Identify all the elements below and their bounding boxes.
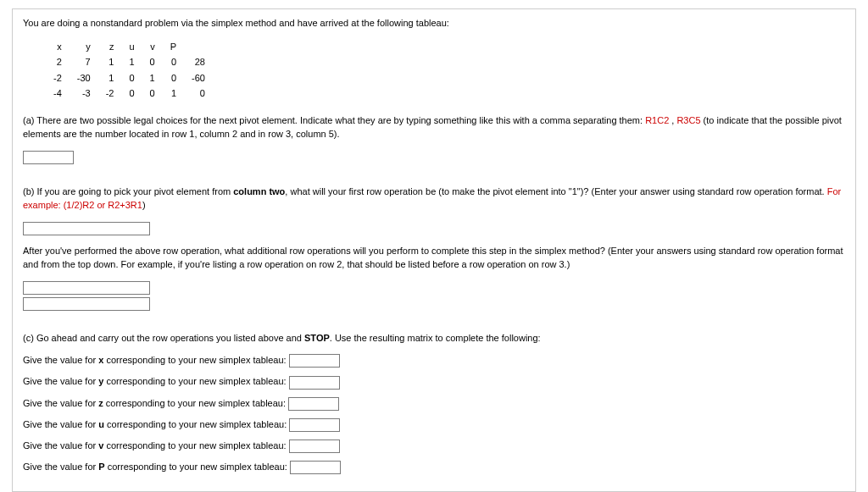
cell: 0 bbox=[145, 54, 165, 70]
value-row-u: Give the value for u corresponding to yo… bbox=[23, 417, 845, 432]
value-post: corresponding to your new simplex tablea… bbox=[103, 440, 286, 451]
value-pre: Give the value for bbox=[23, 376, 98, 386]
value-pre: Give the value for bbox=[23, 462, 98, 472]
value-row-z: Give the value for z corresponding to yo… bbox=[23, 396, 845, 411]
value-row-y: Give the value for y corresponding to yo… bbox=[23, 374, 845, 389]
part-b2-text: After you've performed the above row ope… bbox=[23, 244, 845, 272]
cell: 0 bbox=[124, 70, 144, 86]
tableau-row: -2 -30 1 0 1 0 -60 bbox=[48, 70, 215, 86]
col-header bbox=[186, 39, 215, 55]
part-a-input[interactable] bbox=[23, 151, 74, 164]
value-input-p[interactable] bbox=[290, 461, 341, 474]
value-pre: Give the value for bbox=[23, 419, 98, 429]
cell: -2 bbox=[101, 86, 125, 102]
tableau-header-row: x y z u v P bbox=[48, 39, 215, 55]
value-post: corresponding to your new simplex tablea… bbox=[103, 355, 286, 365]
cell: -4 bbox=[48, 86, 72, 102]
value-input-y[interactable] bbox=[289, 376, 340, 390]
cell: 28 bbox=[186, 54, 215, 70]
cell: -2 bbox=[48, 70, 72, 86]
simplex-tableau: x y z u v P 2 7 1 1 0 0 28 -2 -30 1 0 1 … bbox=[48, 39, 215, 102]
col-header: y bbox=[72, 39, 101, 55]
part-a-ex2: R3C5 bbox=[676, 115, 700, 125]
part-b1-prefix: (b) If you are going to pick your pivot … bbox=[23, 186, 233, 196]
cell: 0 bbox=[124, 86, 144, 102]
part-a-ex1: R1C2 bbox=[645, 115, 669, 125]
part-c-suffix: . Use the resulting matrix to complete t… bbox=[330, 333, 541, 343]
cell: -60 bbox=[186, 70, 215, 86]
value-pre: Give the value for bbox=[23, 440, 98, 451]
cell: 0 bbox=[186, 86, 215, 102]
col-header: x bbox=[48, 39, 72, 55]
col-header: z bbox=[101, 39, 125, 55]
part-b1-close: ) bbox=[142, 200, 146, 210]
part-a-text: (a) There are two possible legal choices… bbox=[23, 113, 845, 141]
cell: -3 bbox=[72, 86, 101, 102]
value-pre: Give the value for bbox=[23, 355, 98, 365]
part-b2-input-1[interactable] bbox=[23, 281, 150, 295]
value-input-v[interactable] bbox=[289, 439, 340, 453]
part-b1-bold: column two bbox=[233, 186, 285, 196]
value-var: P bbox=[98, 462, 104, 472]
cell: 1 bbox=[101, 70, 125, 86]
value-pre: Give the value for bbox=[23, 398, 98, 408]
tableau-row: 2 7 1 1 0 0 28 bbox=[48, 54, 215, 70]
cell: 1 bbox=[165, 86, 186, 102]
part-c-text: (c) Go ahead and carry out the row opera… bbox=[23, 331, 845, 346]
cell: -30 bbox=[72, 70, 101, 86]
part-b1-text: (b) If you are going to pick your pivot … bbox=[23, 185, 845, 213]
part-b2-input-2[interactable] bbox=[23, 297, 150, 311]
cell: 1 bbox=[145, 70, 165, 86]
tableau-row: -4 -3 -2 0 0 1 0 bbox=[48, 86, 215, 102]
value-row-v: Give the value for v corresponding to yo… bbox=[23, 439, 845, 453]
cell: 0 bbox=[165, 70, 186, 86]
value-row-x: Give the value for x corresponding to yo… bbox=[23, 353, 845, 368]
cell: 0 bbox=[165, 54, 186, 70]
cell: 1 bbox=[124, 54, 144, 70]
intro-text: You are doing a nonstandard problem via … bbox=[23, 16, 845, 30]
value-post: corresponding to your new simplex tablea… bbox=[103, 398, 286, 408]
part-b1-input[interactable] bbox=[23, 222, 150, 235]
part-b1-suffix: , what will your first row operation be … bbox=[285, 186, 826, 196]
part-a-prefix: (a) There are two possible legal choices… bbox=[23, 115, 645, 125]
value-post: corresponding to your new simplex tablea… bbox=[105, 462, 287, 472]
value-post: corresponding to your new simplex tablea… bbox=[104, 419, 287, 429]
problem-container: You are doing a nonstandard problem via … bbox=[12, 8, 856, 492]
cell: 0 bbox=[145, 86, 165, 102]
cell: 1 bbox=[101, 54, 125, 70]
part-c-prefix: (c) Go ahead and carry out the row opera… bbox=[23, 333, 304, 343]
value-input-x[interactable] bbox=[289, 354, 340, 368]
value-input-u[interactable] bbox=[289, 418, 340, 432]
cell: 2 bbox=[48, 54, 72, 70]
value-post: corresponding to your new simplex tablea… bbox=[103, 376, 286, 386]
col-header: v bbox=[145, 39, 165, 55]
value-row-p: Give the value for P corresponding to yo… bbox=[23, 460, 845, 474]
col-header: u bbox=[124, 39, 144, 55]
col-header: P bbox=[165, 39, 186, 55]
part-b1-example-vals: (1/2)R2 or R2+3R1 bbox=[61, 200, 142, 210]
value-var: u bbox=[98, 419, 104, 429]
part-c-stop: STOP bbox=[304, 333, 330, 343]
value-input-z[interactable] bbox=[288, 397, 339, 411]
cell: 7 bbox=[72, 54, 101, 70]
